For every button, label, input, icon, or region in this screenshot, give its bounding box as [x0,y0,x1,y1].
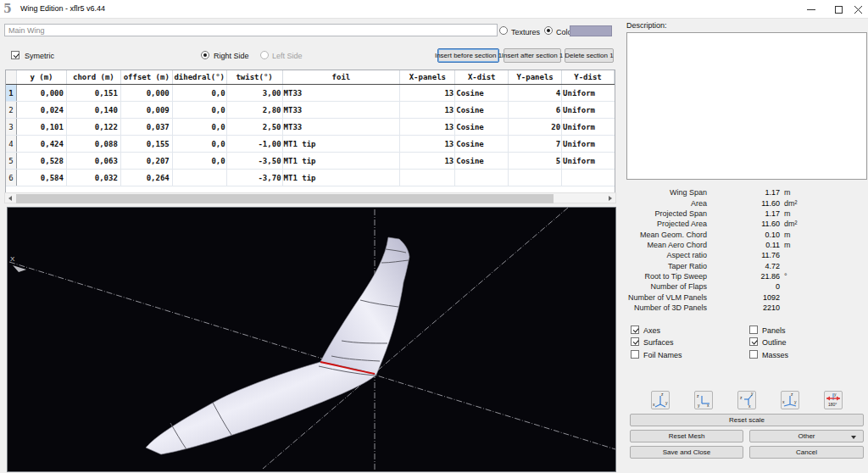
svg-text:z: z [740,395,743,400]
wing-edition-window: { "window": { "title": "Wing Edition - x… [0,0,868,473]
y-axis-line [263,208,568,469]
stat-row: Number of Flaps0 [627,281,865,292]
col-header-chord[interactable]: chord (m) [67,70,121,84]
iso-axes-icon: z x y [653,392,668,408]
svg-text:y: y [751,392,754,396]
surfaces-label: Surfaces [643,338,674,347]
wing-3d-view[interactable]: X [7,207,616,472]
side-axes-icon: z y x [696,392,711,408]
axes-checkbox[interactable] [631,326,639,334]
outline-checkbox[interactable] [749,337,758,346]
stat-row: Root to Tip Sweep21.86° [627,271,865,281]
stat-row: Wing Span1.17m [627,187,865,198]
col-header-offset[interactable]: offset (m) [121,70,173,84]
svg-text:x: x [782,399,785,404]
table-row[interactable]: 3 0,101 0,122 0,037 0,0 2,50 MT33 13 Cos… [6,119,615,136]
reset-mesh-button[interactable]: Reset Mesh [630,430,743,442]
insert-before-section-button[interactable]: Insert before section 1 [437,48,499,63]
panels-label: Panels [762,326,786,335]
reset-scale-button[interactable]: Reset scale [630,414,864,426]
col-header-y[interactable]: y (m) [17,70,67,84]
table-row[interactable]: 4 0,424 0,088 0,155 0,0 -1,00 MT1 tip 13… [6,136,615,153]
table-row[interactable]: 1 0,000 0,151 0,000 0,0 3,00 MT33 13 Cos… [6,85,615,102]
other-button[interactable]: Other [749,430,864,442]
maximize-icon [835,6,843,14]
view-iso-button[interactable]: z x y [651,391,670,409]
symetric-label: Symetric [25,52,54,60]
svg-text:180°: 180° [828,402,837,407]
col-header-twist[interactable]: twist(°) [227,70,283,84]
close-icon [854,6,862,14]
sections-table[interactable]: y (m) chord (m) offset (m) dihedral(°) t… [5,70,615,193]
right-side-radio[interactable] [201,51,209,59]
col-header-ypanels[interactable]: Y-panels [509,70,562,84]
svg-text:z: z [661,392,664,397]
top-axes-icon: z y x [739,392,754,408]
table-row[interactable]: 5 0,528 0,063 0,207 0,0 -3,50 MT1 tip 13… [6,153,615,170]
axes-label: Axes [643,326,660,335]
surfaces-checkbox[interactable] [631,337,639,346]
masses-label: Masses [762,351,788,359]
col-header-ydist[interactable]: Y-dist [562,70,615,84]
close-button[interactable] [848,0,868,19]
stat-row: Projected Area11.60dm² [627,219,865,229]
color-radio[interactable] [544,26,553,35]
flip-180-icon: y 180° [825,392,842,408]
textures-radio[interactable] [499,26,508,35]
svg-text:y: y [834,392,837,397]
col-header-dihedral[interactable]: dihedral(°) [173,70,227,84]
minimize-button[interactable] [798,0,824,19]
front-axes-icon: z x y [782,392,798,408]
description-label: Description: [626,21,667,30]
scroll-left-icon[interactable] [5,193,15,203]
stat-row: Aspect ratio11.76 [627,250,865,260]
stat-row: Number of 3D Panels2210 [627,303,865,313]
title-bar: 5 Wing Edition - xflr5 v6.44 [0,0,868,19]
scroll-right-icon[interactable] [605,193,615,203]
wing-3d-canvas: X [8,208,615,471]
x-axis-line [9,262,615,449]
svg-text:z: z [697,393,699,398]
symetric-checkbox[interactable] [11,51,19,59]
table-row[interactable]: 6 0,584 0,032 0,264 -3,70 MT1 tip [6,170,615,186]
right-side-label: Right Side [214,52,249,60]
foil-names-label: Foil Names [643,351,682,359]
window-title: Wing Edition - xflr5 v6.44 [20,4,105,13]
save-and-close-button[interactable]: Save and Close [630,446,743,459]
col-header-foil[interactable]: foil [283,70,401,84]
view-flip-180-button[interactable]: y 180° [824,391,843,409]
col-header-xdist[interactable]: X-dist [455,70,509,84]
stat-row: Mean Geom. Chord0.10m [627,229,865,239]
stat-row: Mean Aero Chord0.11m [627,240,865,250]
left-side-radio[interactable] [260,51,269,59]
x-axis-label: X [10,255,15,263]
view-front-button[interactable]: z x y [781,391,799,409]
left-side-label: Left Side [272,52,303,60]
panels-checkbox[interactable] [749,326,758,334]
masses-checkbox[interactable] [749,350,758,359]
wing-name-input[interactable] [4,24,498,36]
delete-section-button[interactable]: Delete section 1 [565,48,614,63]
scrollbar-thumb[interactable] [16,194,554,203]
wing-color-swatch[interactable] [570,25,612,36]
svg-text:y: y [698,403,700,408]
table-horizontal-scrollbar[interactable] [4,192,616,203]
table-header-row: y (m) chord (m) offset (m) dihedral(°) t… [6,70,615,85]
foil-names-checkbox[interactable] [631,350,639,359]
view-top-button[interactable]: z y x [737,391,756,409]
stat-row: Projected Span1.17m [627,209,865,219]
cancel-button[interactable]: Cancel [749,446,864,459]
table-row[interactable]: 2 0,024 0,140 0,009 0,0 2,80 MT33 13 Cos… [6,102,615,119]
col-header-xpanels[interactable]: X-panels [400,70,455,84]
stat-row: Taper Ratio4.72 [627,260,865,270]
textures-label: Textures [511,28,540,36]
svg-text:x: x [653,402,655,407]
svg-text:x: x [748,403,751,408]
svg-text:z: z [791,392,793,397]
view-side-button[interactable]: z y x [694,391,713,409]
insert-after-section-button[interactable]: Insert after section 1 [504,48,561,63]
wing-upper-surface [320,237,409,375]
stat-row: Area11.60dm² [627,198,865,208]
minimize-icon [807,5,815,14]
description-textarea[interactable] [626,32,867,180]
